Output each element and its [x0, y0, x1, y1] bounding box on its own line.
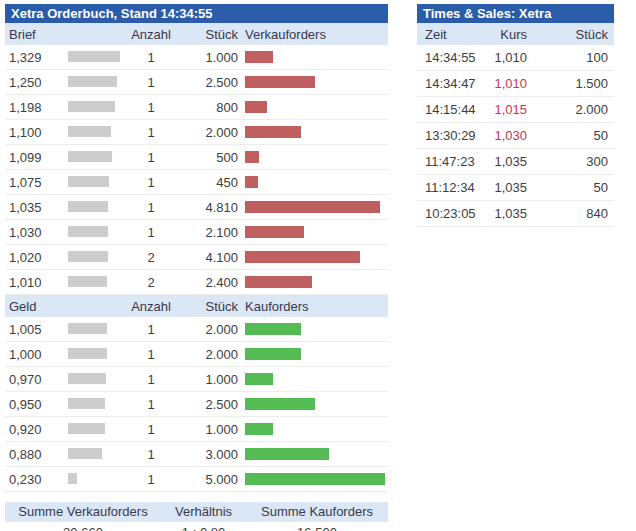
bid-header-count: Anzahl: [129, 299, 173, 314]
bid-size: 2.500: [173, 397, 238, 412]
bid-volume-bar: [245, 423, 273, 435]
trade-row: 11:47:23 1,035 300: [417, 149, 614, 175]
ask-column-header: Brief Anzahl Stück Verkauforders: [5, 23, 388, 45]
bid-volume-bar: [245, 448, 329, 460]
trade-time: 10:23:05: [417, 206, 489, 221]
masked-participant-cell: [65, 200, 129, 215]
ask-size: 2.100: [173, 225, 238, 240]
bid-count: 1: [129, 422, 173, 437]
bid-column-header: Geld Anzahl Stück Kauforders: [5, 295, 388, 317]
bid-row: 0,230 1 5.000: [5, 467, 388, 492]
trade-price: 1,030: [489, 128, 527, 143]
orderbook-panel: Xetra Orderbuch, Stand 14:34:55 Brief An…: [5, 4, 388, 531]
masked-participant-cell: [65, 372, 129, 387]
summary-sell-value: 20.660: [5, 522, 161, 531]
masked-participant: [68, 101, 115, 112]
masked-participant: [68, 251, 108, 262]
trade-row: 13:30:29 1,030 50: [417, 123, 614, 149]
ask-volume-bar: [245, 126, 301, 138]
bid-volume-bar: [245, 323, 301, 335]
masked-participant-cell: [65, 347, 129, 362]
trade-price: 1,035: [489, 154, 527, 169]
ask-size: 800: [173, 100, 238, 115]
trade-price: 1,010: [489, 50, 527, 65]
masked-participant-cell: [65, 472, 129, 487]
summary-header: Summe Verkauforders Verhältnis Summe Kau…: [5, 502, 388, 522]
trade-price: 1,015: [489, 102, 527, 117]
ask-row: 1,100 1 2.000: [5, 120, 388, 145]
masked-participant: [68, 176, 109, 187]
bid-size: 3.000: [173, 447, 238, 462]
ask-count: 1: [129, 150, 173, 165]
ask-bar-cell: [238, 126, 388, 138]
bid-price: 0,880: [5, 447, 65, 462]
trade-size: 840: [527, 206, 614, 221]
ask-count: 1: [129, 125, 173, 140]
masked-participant: [68, 51, 120, 62]
masked-participant: [68, 76, 117, 87]
summary-sell-label: Summe Verkauforders: [5, 502, 161, 522]
masked-participant: [68, 151, 112, 162]
bid-bar-cell: [238, 373, 388, 385]
ask-price: 1,198: [5, 100, 65, 115]
bid-count: 1: [129, 397, 173, 412]
bid-size: 1.000: [173, 422, 238, 437]
ask-volume-bar: [245, 101, 267, 113]
orderbook-title: Xetra Orderbuch, Stand 14:34:55: [5, 4, 388, 23]
bid-price: 0,230: [5, 472, 65, 487]
times-sales-title: Times & Sales: Xetra: [417, 4, 614, 23]
ask-bar-cell: [238, 76, 388, 88]
bid-count: 1: [129, 322, 173, 337]
trade-row: 11:12:34 1,035 50: [417, 175, 614, 201]
bid-bar-cell: [238, 398, 388, 410]
ask-bar-cell: [238, 51, 388, 63]
masked-participant: [68, 423, 105, 434]
bid-bar-cell: [238, 473, 388, 485]
ask-bar-cell: [238, 101, 388, 113]
ask-row: 1,010 2 2.400: [5, 270, 388, 295]
bid-price: 0,970: [5, 372, 65, 387]
ask-header-orders: Verkauforders: [238, 27, 388, 42]
bid-size: 2.000: [173, 322, 238, 337]
ask-price: 1,010: [5, 275, 65, 290]
summary-buy-value: 16.500: [246, 522, 388, 531]
trade-time: 11:47:23: [417, 154, 489, 169]
times-sales-column-header: Zeit Kurs Stück: [417, 23, 614, 45]
bid-count: 1: [129, 347, 173, 362]
trade-time: 11:12:34: [417, 180, 489, 195]
masked-participant-cell: [65, 150, 129, 165]
masked-participant: [68, 473, 77, 484]
bid-bar-cell: [238, 423, 388, 435]
trade-size: 1.500: [527, 76, 614, 91]
trade-price: 1,035: [489, 206, 527, 221]
bid-size: 1.000: [173, 372, 238, 387]
bid-header-size: Stück: [173, 299, 238, 314]
ask-bar-cell: [238, 201, 388, 213]
ask-size: 1.000: [173, 50, 238, 65]
bid-size: 5.000: [173, 472, 238, 487]
summary-ratio-value: 1 : 0,80: [161, 522, 246, 531]
masked-participant: [68, 448, 102, 459]
bid-price: 1,000: [5, 347, 65, 362]
bid-volume-bar: [245, 348, 301, 360]
trade-row: 14:34:55 1,010 100: [417, 45, 614, 71]
bid-price: 0,950: [5, 397, 65, 412]
ask-row: 1,030 1 2.100: [5, 220, 388, 245]
trade-time: 14:34:47: [417, 76, 489, 91]
bid-header-price: Geld: [5, 299, 65, 314]
masked-participant: [68, 201, 108, 212]
masked-participant-cell: [65, 125, 129, 140]
bid-price: 1,005: [5, 322, 65, 337]
ask-count: 1: [129, 75, 173, 90]
ask-size: 2.000: [173, 125, 238, 140]
masked-participant-cell: [65, 397, 129, 412]
ask-count: 2: [129, 275, 173, 290]
masked-participant-cell: [65, 75, 129, 90]
bid-count: 1: [129, 372, 173, 387]
ask-header-count: Anzahl: [129, 27, 173, 42]
masked-participant-cell: [65, 447, 129, 462]
bid-row: 0,920 1 1.000: [5, 417, 388, 442]
ask-bar-cell: [238, 151, 388, 163]
ask-volume-bar: [245, 76, 315, 88]
masked-participant-cell: [65, 175, 129, 190]
